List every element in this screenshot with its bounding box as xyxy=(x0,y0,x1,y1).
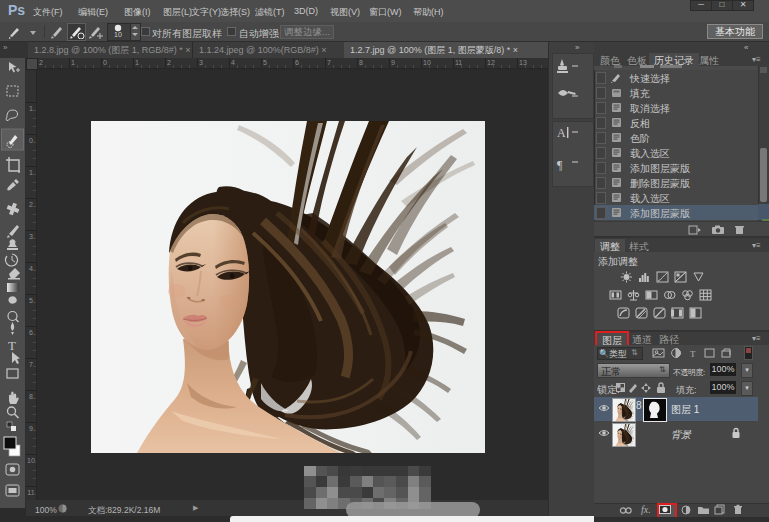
svg-text:¶: ¶ xyxy=(557,158,563,172)
svg-text:1: 1 xyxy=(29,105,33,112)
svg-text:9: 9 xyxy=(391,59,395,66)
svg-text:5: 5 xyxy=(29,297,33,304)
svg-text:4: 4 xyxy=(29,265,33,272)
svg-text:10: 10 xyxy=(114,31,122,38)
svg-text:T: T xyxy=(8,338,16,353)
svg-text:7: 7 xyxy=(327,59,331,66)
svg-text:1: 1 xyxy=(71,59,75,66)
svg-text:6: 6 xyxy=(295,59,299,66)
svg-text:2: 2 xyxy=(167,59,171,66)
svg-text:5: 5 xyxy=(263,59,267,66)
svg-text:0: 0 xyxy=(103,59,107,66)
svg-text:T: T xyxy=(690,349,696,359)
svg-text:13: 13 xyxy=(519,59,527,66)
svg-text:7: 7 xyxy=(29,361,33,368)
svg-text:3: 3 xyxy=(29,233,33,240)
svg-text:9: 9 xyxy=(29,425,33,432)
svg-text:10: 10 xyxy=(423,59,431,66)
svg-text:11: 11 xyxy=(455,59,462,66)
svg-text:2: 2 xyxy=(39,59,43,66)
svg-text:1: 1 xyxy=(135,59,139,66)
svg-text:A: A xyxy=(557,126,566,140)
svg-text:8: 8 xyxy=(359,59,363,66)
svg-text:3: 3 xyxy=(199,59,203,66)
svg-text:0: 0 xyxy=(29,137,33,144)
svg-text:1: 1 xyxy=(29,169,33,176)
svg-text:12: 12 xyxy=(487,59,495,66)
svg-text:8: 8 xyxy=(29,393,33,400)
svg-text:4: 4 xyxy=(231,59,235,66)
svg-text:6: 6 xyxy=(29,329,33,336)
svg-text:2: 2 xyxy=(29,201,33,208)
